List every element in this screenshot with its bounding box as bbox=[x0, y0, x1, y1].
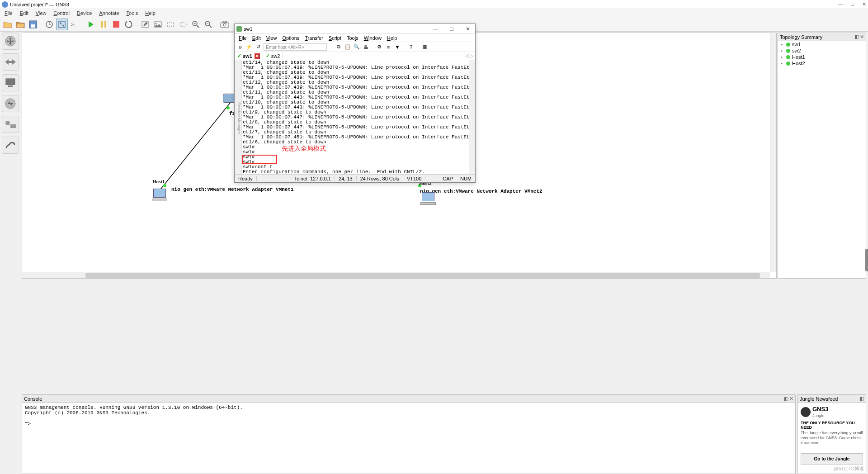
canvas-hscroll[interactable] bbox=[22, 272, 770, 278]
tab-next-icon[interactable]: ▷ bbox=[470, 53, 473, 59]
menu-control[interactable]: Control bbox=[51, 10, 72, 16]
start-all-icon[interactable] bbox=[85, 19, 97, 30]
tab-sw2[interactable]: ✓sw2 bbox=[263, 52, 283, 59]
session-options-icon[interactable]: ≡ bbox=[385, 43, 392, 51]
menu-file[interactable]: File bbox=[2, 10, 15, 16]
find-icon[interactable]: 🔍 bbox=[353, 43, 360, 51]
panel-close-icon[interactable]: ✕ bbox=[860, 34, 864, 40]
app-title: Unsaved project* — GNS3 bbox=[10, 2, 69, 7]
print-icon[interactable]: 🖶 bbox=[362, 43, 369, 51]
svg-rect-12 bbox=[113, 21, 119, 28]
status-num: NUM bbox=[457, 176, 475, 181]
console-title: Console ◧✕ bbox=[22, 395, 795, 403]
tree-item-host1[interactable]: ▸Host1 bbox=[778, 54, 866, 60]
term-menu-transfer[interactable]: Transfer bbox=[302, 35, 326, 41]
svg-point-15 bbox=[156, 23, 157, 24]
add-link-icon[interactable] bbox=[2, 137, 19, 154]
terminal-toolbar: ⎋ ⚡ ↺ Enter host <Alt+R> ⧉ 📋 🔍 🖶 ⚙ ≡ ▼ ?… bbox=[235, 42, 475, 52]
annotate-icon[interactable] bbox=[139, 19, 151, 30]
node-host2[interactable] bbox=[419, 192, 437, 207]
quick-connect-icon[interactable]: ⎋ bbox=[236, 43, 244, 51]
save-project-icon[interactable] bbox=[27, 19, 39, 30]
term-menu-file[interactable]: File bbox=[236, 35, 249, 41]
menu-device[interactable]: Device bbox=[74, 10, 95, 16]
reconnect-icon[interactable]: ⚡ bbox=[245, 43, 253, 51]
terminal-minimize-button[interactable]: — bbox=[430, 26, 441, 32]
svg-point-26 bbox=[223, 24, 226, 26]
status-size: 24 Rows, 80 Cols bbox=[357, 176, 403, 181]
reload-all-icon[interactable] bbox=[123, 19, 135, 30]
snapshot-icon[interactable] bbox=[43, 19, 55, 30]
zoom-in-icon[interactable] bbox=[190, 19, 202, 30]
terminal-titlebar[interactable]: sw1 — □ ✕ bbox=[235, 24, 475, 34]
show-interfaces-icon[interactable] bbox=[56, 19, 68, 30]
menu-tools[interactable]: Tools bbox=[124, 10, 141, 16]
status-cursor: 24, 13 bbox=[335, 176, 357, 181]
close-button[interactable]: ✕ bbox=[862, 1, 866, 7]
term-menu-script[interactable]: Script bbox=[326, 35, 344, 41]
go-to-jungle-button[interactable]: Go to the Jungle bbox=[801, 453, 863, 465]
term-menu-view[interactable]: View bbox=[264, 35, 279, 41]
node-host1[interactable] bbox=[151, 189, 169, 203]
new-project-icon[interactable] bbox=[2, 19, 14, 30]
disconnect-icon[interactable]: ↺ bbox=[255, 43, 262, 51]
panel-undock-icon[interactable]: ◧ bbox=[854, 34, 859, 40]
tree-item-sw2[interactable]: ▸sw2 bbox=[778, 47, 866, 54]
term-menu-tools[interactable]: Tools bbox=[344, 35, 361, 41]
toolbar-end-icon[interactable]: ▦ bbox=[421, 43, 428, 51]
terminal-maximize-button[interactable]: □ bbox=[446, 26, 457, 32]
help-icon[interactable]: ? bbox=[407, 43, 415, 51]
zoom-out-icon[interactable] bbox=[203, 19, 214, 30]
svg-rect-33 bbox=[10, 124, 16, 128]
paste-icon[interactable]: 📋 bbox=[344, 43, 351, 51]
host-input[interactable]: Enter host <Alt+R> bbox=[264, 43, 327, 51]
panel-close-icon[interactable]: ✕ bbox=[789, 396, 793, 402]
open-project-icon[interactable] bbox=[14, 19, 26, 30]
tab-close-icon[interactable]: ✕ bbox=[255, 53, 260, 59]
term-menu-options[interactable]: Options bbox=[280, 35, 302, 41]
menu-edit[interactable]: Edit bbox=[17, 10, 31, 16]
menu-annotate[interactable]: Annotate bbox=[97, 10, 122, 16]
svg-text:>_: >_ bbox=[71, 22, 77, 27]
status-cap: CAP bbox=[439, 176, 457, 181]
menu-view[interactable]: View bbox=[33, 10, 49, 16]
minimize-button[interactable]: — bbox=[838, 1, 843, 7]
ellipse-icon[interactable] bbox=[177, 19, 189, 30]
console-panel: Console ◧✕ GNS3 management console. Runn… bbox=[22, 394, 796, 474]
term-menu-edit[interactable]: Edit bbox=[250, 35, 263, 41]
tab-prev-icon[interactable]: ◁ bbox=[465, 53, 469, 59]
session-manager-sidebar[interactable]: Session Manager bbox=[235, 60, 242, 174]
tree-item-host2[interactable]: ▸Host2 bbox=[778, 60, 866, 66]
term-menu-help[interactable]: Help bbox=[385, 35, 400, 41]
pause-all-icon[interactable] bbox=[98, 19, 109, 30]
topology-summary-panel: Topology Summary ◧✕ ▸sw1 ▸sw2 ▸Host1 ▸Ho… bbox=[778, 33, 866, 279]
rectangle-icon[interactable] bbox=[165, 19, 176, 30]
jungle-headline: THE ONLY RESOURCE YOU NEED bbox=[801, 421, 863, 430]
terminal-window[interactable]: sw1 — □ ✕ File Edit View Options Transfe… bbox=[234, 24, 476, 183]
all-devices-icon[interactable] bbox=[2, 116, 19, 133]
console-all-icon[interactable]: >_ bbox=[69, 19, 80, 30]
svg-rect-11 bbox=[104, 21, 106, 28]
copy-icon[interactable]: ⧉ bbox=[335, 43, 342, 51]
canvas-vscroll[interactable] bbox=[770, 33, 776, 272]
tree-item-sw1[interactable]: ▸sw1 bbox=[778, 41, 866, 47]
image-icon[interactable] bbox=[152, 19, 164, 30]
menu-help[interactable]: Help bbox=[142, 10, 158, 16]
stop-all-icon[interactable] bbox=[110, 19, 122, 30]
filter-icon[interactable]: ▼ bbox=[394, 43, 401, 51]
panel-undock-icon[interactable]: ◧ bbox=[784, 396, 788, 402]
term-menu-window[interactable]: Window bbox=[362, 35, 384, 41]
end-devices-icon[interactable] bbox=[2, 74, 19, 91]
switches-icon[interactable] bbox=[2, 53, 19, 71]
security-devices-icon[interactable] bbox=[2, 95, 19, 112]
terminal-close-button[interactable]: ✕ bbox=[462, 26, 473, 32]
terminal-vscroll[interactable] bbox=[469, 60, 475, 174]
maximize-button[interactable]: □ bbox=[851, 1, 854, 7]
options-icon[interactable]: ⚙ bbox=[376, 43, 383, 51]
screenshot-icon[interactable] bbox=[219, 19, 231, 30]
status-connection: Telnet: 127.0.0.1 bbox=[291, 176, 335, 181]
tab-sw1[interactable]: ✓sw1✕ bbox=[235, 52, 263, 59]
console-output[interactable]: GNS3 management console. Running GNS3 ve… bbox=[22, 403, 795, 428]
routers-icon[interactable] bbox=[2, 33, 19, 50]
panel-undock-icon[interactable]: ◧ bbox=[859, 396, 864, 402]
